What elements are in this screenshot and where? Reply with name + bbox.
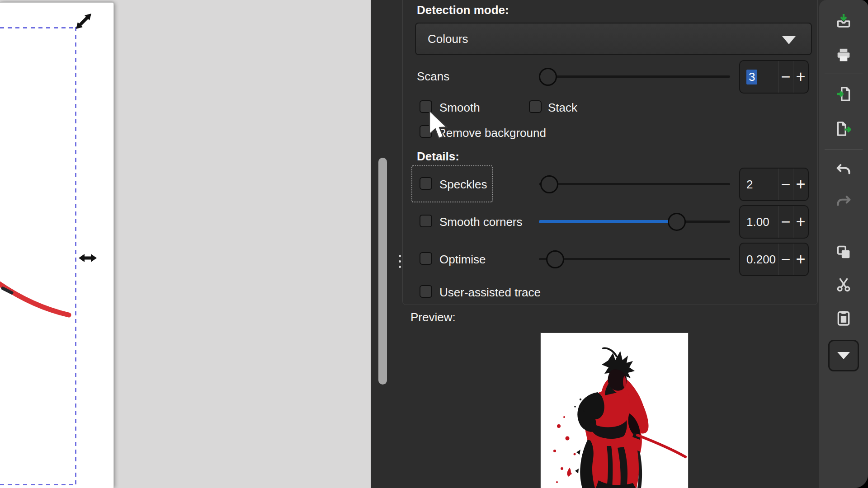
scans-label: Scans [417, 69, 449, 84]
dropdown-more-icon[interactable] [828, 340, 859, 371]
optimise-checkbox[interactable] [420, 252, 432, 265]
speckles-value[interactable]: 2 [740, 169, 778, 200]
smooth-corners-checkbox[interactable] [420, 215, 432, 227]
canvas-vertical-scrollbar[interactable] [378, 158, 387, 385]
undo-icon[interactable] [835, 161, 853, 179]
toolbar-separator [825, 149, 863, 150]
redo-icon[interactable] [835, 192, 853, 211]
plus-button[interactable]: + [793, 169, 808, 200]
minus-button[interactable]: − [778, 169, 793, 200]
detection-mode-value: Colours [416, 32, 468, 46]
slider-knob[interactable] [540, 175, 558, 193]
optimise-label[interactable]: Optimise [439, 252, 486, 267]
document-page[interactable] [0, 3, 113, 488]
user-assisted-trace-checkbox[interactable] [420, 285, 432, 298]
scans-spinbox[interactable]: 3 − + [739, 60, 809, 94]
slider-fill [539, 220, 681, 223]
optimise-slider[interactable] [539, 250, 730, 268]
inkscape-window: Detection mode: Colours Scans 3 − + Smoo… [0, 0, 868, 488]
chevron-down-icon [782, 36, 796, 44]
paste-icon[interactable] [835, 309, 853, 327]
minus-button[interactable]: − [778, 244, 793, 275]
smooth-corners-value[interactable]: 1.00 [740, 206, 778, 238]
slider-track[interactable] [539, 183, 730, 185]
import-icon[interactable] [835, 85, 853, 103]
scans-value[interactable]: 3 [740, 61, 778, 93]
plus-button[interactable]: + [793, 206, 808, 238]
user-assisted-trace-label[interactable]: User-assisted trace [439, 285, 541, 300]
slider-track[interactable] [539, 75, 730, 78]
selection-border-right [75, 27, 76, 485]
mouse-cursor [428, 110, 452, 142]
save-icon[interactable] [835, 12, 853, 30]
details-label: Details: [417, 149, 459, 164]
speckles-spinbox[interactable]: 2 − + [739, 168, 809, 201]
print-icon[interactable] [835, 46, 853, 64]
slider-knob[interactable] [539, 68, 557, 86]
resize-horizontal-arrow-icon[interactable] [78, 252, 98, 264]
resize-diagonal-arrow-icon[interactable] [74, 12, 93, 31]
scans-slider[interactable] [539, 68, 730, 86]
remove-background-label[interactable]: Remove background [438, 126, 546, 140]
stack-label[interactable]: Stack [548, 100, 577, 115]
chevron-down-icon [837, 352, 850, 359]
smooth-corners-label[interactable]: Smooth corners [439, 215, 523, 229]
optimise-value[interactable]: 0.200 [740, 244, 778, 275]
detection-mode-select[interactable]: Colours [415, 23, 812, 55]
panel-resize-grip-icon[interactable] [397, 255, 402, 271]
stack-checkbox[interactable] [529, 100, 542, 113]
minus-button[interactable]: − [778, 206, 793, 238]
smooth-corners-spinbox[interactable]: 1.00 − + [739, 205, 809, 239]
optimise-spinbox[interactable]: 0.200 − + [739, 243, 809, 276]
traced-path-stroke [0, 271, 90, 330]
canvas-area[interactable] [0, 0, 371, 488]
duplicate-icon[interactable] [835, 243, 853, 261]
minus-button[interactable]: − [778, 61, 793, 93]
speckles-checkbox[interactable] [420, 177, 432, 190]
samurai-ink-preview [541, 333, 688, 488]
slider-knob[interactable] [668, 213, 686, 231]
plus-button[interactable]: + [793, 244, 808, 275]
speckles-slider[interactable] [539, 175, 730, 193]
cut-icon[interactable] [835, 276, 853, 294]
export-icon[interactable] [835, 120, 853, 138]
plus-button[interactable]: + [793, 61, 808, 93]
smooth-corners-slider[interactable] [539, 213, 730, 231]
preview-label: Preview: [410, 310, 456, 324]
slider-knob[interactable] [546, 250, 564, 268]
preview-image-card [541, 333, 688, 488]
slider-track[interactable] [539, 258, 730, 260]
detection-mode-label: Detection mode: [417, 3, 509, 17]
toolbar-separator [825, 74, 863, 74]
speckles-label[interactable]: Speckles [439, 177, 487, 192]
selection-border-bottom [0, 484, 77, 485]
selection-border-top [0, 27, 77, 28]
